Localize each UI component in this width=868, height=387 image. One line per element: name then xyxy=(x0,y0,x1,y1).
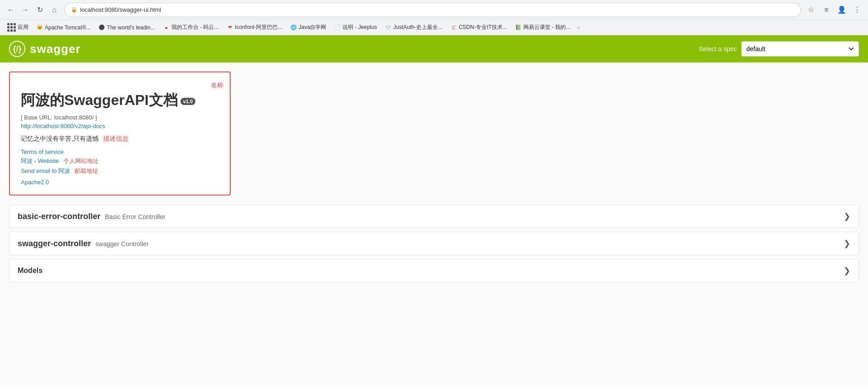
bookmark-justauth-label: JustAuth-史上最全... xyxy=(393,24,442,31)
bookmark-gitee[interactable]: ● 我的工作台 - 码云... xyxy=(160,22,223,33)
bookmark-jeeplus[interactable]: 📄 说明 - Jeeplus xyxy=(331,22,380,33)
forward-button[interactable]: → xyxy=(19,4,32,16)
website-label: 个人网站地址 xyxy=(63,157,99,165)
browser-menu-button[interactable]: ≡ xyxy=(820,4,833,16)
bookmark-justauth[interactable]: 🛡 JustAuth-史上最全... xyxy=(381,22,446,33)
models-section: Models ❯ xyxy=(9,259,859,282)
bookmark-jeeplus-label: 说明 - Jeeplus xyxy=(342,24,377,31)
api-docs-link[interactable]: http://localhost:8080/v2/api-docs xyxy=(21,123,219,129)
controller-name-0: basic-error-controller xyxy=(18,212,100,221)
bookmarks-bar: 应用 🐱 Apache Tomcat®... ⚫ The world's lea… xyxy=(0,20,868,35)
chevron-right-icon-1: ❯ xyxy=(844,239,850,248)
main-content: 名称 阿波的SwaggerAPI文档v1.0 [ Base URL: local… xyxy=(0,62,868,387)
spec-select[interactable]: default xyxy=(741,41,859,57)
controller-desc-1: swagger Controller xyxy=(95,240,149,248)
browser-bar: ← → ↻ ⌂ 🔒 localhost:8080/swagger-ui.html… xyxy=(0,0,868,20)
controller-name-1: swagger-controller xyxy=(18,239,91,248)
api-name-label: 名称 xyxy=(21,81,223,90)
gitee-icon: ● xyxy=(163,24,170,31)
api-title-text: 阿波的SwaggerAPI文档 xyxy=(21,92,178,108)
swagger-logo-text: swagger xyxy=(30,42,81,56)
bookmark-apps[interactable]: 应用 xyxy=(4,22,32,33)
bookmarks-more: » xyxy=(577,24,580,31)
controller-desc-0: Basic Error Controller xyxy=(105,213,166,220)
base-url: [ Base URL: localhost:8080/ ] xyxy=(21,114,219,121)
github-icon: ⚫ xyxy=(99,24,105,31)
profile-button[interactable]: 👤 xyxy=(835,4,848,16)
bookmark-csdn[interactable]: C CSDN-专业IT技术... xyxy=(447,22,511,33)
controller-section-1: swagger-controller swagger Controller ❯ xyxy=(9,232,859,255)
models-header[interactable]: Models ❯ xyxy=(9,259,859,282)
api-info-box: 名称 阿波的SwaggerAPI文档v1.0 [ Base URL: local… xyxy=(9,72,231,196)
bookmark-star-button[interactable]: ☆ xyxy=(805,4,817,16)
address-text: localhost:8080/swagger-ui.html xyxy=(80,6,161,13)
bookmark-iconfont[interactable]: ❤ Iconfont-阿里巴巴... xyxy=(223,22,286,33)
terms-of-service-link[interactable]: Terms of service xyxy=(21,148,219,155)
java-icon: 🌐 xyxy=(290,24,297,31)
bookmark-netease-label: 网易云课堂 - 我的... xyxy=(523,24,571,31)
jeeplus-icon: 📄 xyxy=(334,24,341,31)
email-link-text: Send email to 阿波 xyxy=(21,167,70,175)
spec-selector: Select a spec default xyxy=(699,41,859,57)
license-link[interactable]: Apache2.0 xyxy=(21,179,219,186)
controller-header-1[interactable]: swagger-controller swagger Controller ❯ xyxy=(9,232,859,255)
api-title-row: 阿波的SwaggerAPI文档v1.0 xyxy=(21,91,219,112)
models-title: Models xyxy=(18,267,43,275)
bookmark-netease[interactable]: 📗 网易云课堂 - 我的... xyxy=(512,22,574,33)
description-label: 描述信息 xyxy=(103,135,128,143)
email-label: 邮箱地址 xyxy=(75,167,98,175)
home-button[interactable]: ⌂ xyxy=(48,4,61,16)
apps-grid-icon xyxy=(7,23,16,32)
bookmark-java-label: Java自学网 xyxy=(299,24,326,31)
chevron-right-icon-0: ❯ xyxy=(844,211,850,221)
tomcat-icon: 🐱 xyxy=(37,24,43,31)
api-description-row: 记忆之中没有辛苦,只有遗憾 描述信息 xyxy=(21,135,219,143)
apps-label: 应用 xyxy=(18,24,28,31)
api-description-text: 记忆之中没有辛苦,只有遗憾 xyxy=(21,135,99,143)
models-chevron-icon: ❯ xyxy=(844,266,850,276)
website-link[interactable]: 阿波 - Website 个人网站地址 xyxy=(21,157,219,165)
swagger-logo-icon: {/} xyxy=(9,41,25,57)
bookmark-gitee-label: 我的工作台 - 码云... xyxy=(171,24,219,31)
bookmark-iconfont-label: Iconfont-阿里巴巴... xyxy=(235,24,282,31)
terms-of-service-text: Terms of service xyxy=(21,148,64,155)
bookmark-tomcat-label: Apache Tomcat®... xyxy=(45,24,90,31)
api-title: 阿波的SwaggerAPI文档v1.0 xyxy=(21,91,195,110)
spec-label: Select a spec xyxy=(699,45,737,53)
justauth-icon: 🛡 xyxy=(385,24,391,31)
csdn-icon: C xyxy=(451,24,457,31)
api-meta-links: Terms of service 阿波 - Website 个人网站地址 Sen… xyxy=(21,148,219,186)
controller-title-0: basic-error-controller Basic Error Contr… xyxy=(18,212,166,221)
version-badge: v1.0 xyxy=(180,98,195,105)
bookmark-github-label: The world's leadin... xyxy=(107,24,155,31)
netease-icon: 📗 xyxy=(515,24,522,31)
bookmark-tomcat[interactable]: 🐱 Apache Tomcat®... xyxy=(33,23,94,32)
bookmark-csdn-label: CSDN-专业IT技术... xyxy=(459,24,507,31)
website-link-text: 阿波 - Website xyxy=(21,157,59,165)
email-link[interactable]: Send email to 阿波 邮箱地址 xyxy=(21,167,219,175)
nav-buttons: ← → ↻ ⌂ xyxy=(5,4,61,16)
controller-section-0: basic-error-controller Basic Error Contr… xyxy=(9,205,859,228)
back-button[interactable]: ← xyxy=(5,4,17,16)
bookmark-java[interactable]: 🌐 Java自学网 xyxy=(287,22,330,33)
more-button[interactable]: ⋮ xyxy=(851,4,863,16)
bookmark-github[interactable]: ⚫ The world's leadin... xyxy=(95,23,158,32)
address-bar[interactable]: 🔒 localhost:8080/swagger-ui.html xyxy=(64,3,801,17)
swagger-header: {/} swagger Select a spec default xyxy=(0,35,868,62)
lock-icon: 🔒 xyxy=(71,7,77,13)
iconfont-icon: ❤ xyxy=(227,24,233,31)
controller-header-0[interactable]: basic-error-controller Basic Error Contr… xyxy=(9,205,859,228)
controller-title-1: swagger-controller swagger Controller xyxy=(18,239,149,248)
browser-actions: ☆ ≡ 👤 ⋮ xyxy=(805,4,863,16)
swagger-logo: {/} swagger xyxy=(9,41,81,57)
reload-button[interactable]: ↻ xyxy=(33,4,46,16)
